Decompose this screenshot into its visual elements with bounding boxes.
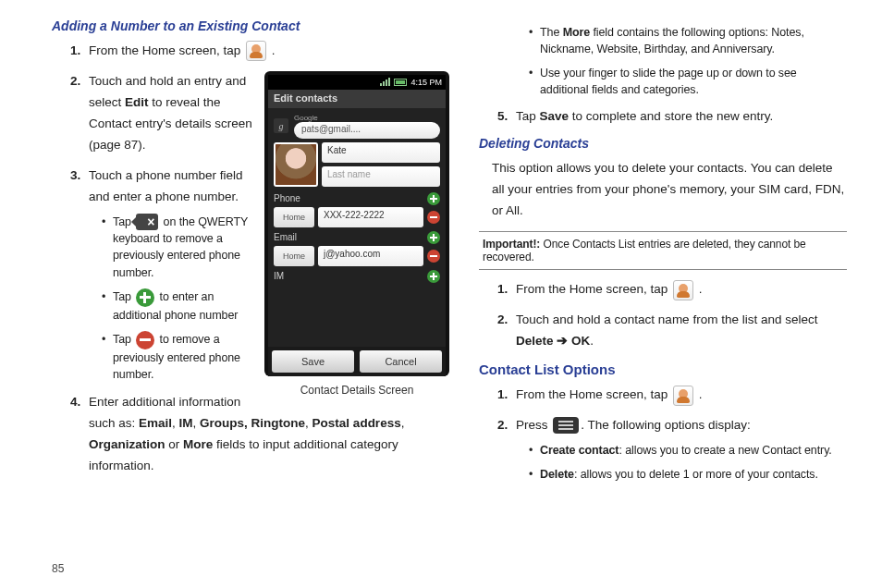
- s5a: Tap: [516, 109, 540, 123]
- bullet-slide: Use your finger to slide the page up or …: [529, 65, 847, 98]
- backspace-icon: [136, 214, 158, 230]
- deleting-intro: This option allows you to delete your co…: [479, 158, 847, 222]
- steps-save: 5. Tap Save to complete and store the ne…: [479, 106, 847, 128]
- contacts-icon: [246, 41, 266, 61]
- steps-options: 1. From the Home screen, tap . 2. Press …: [479, 385, 847, 483]
- bullet-minus: Tap to remove a previously entered phone…: [102, 331, 449, 383]
- d1pre: From the Home screen, tap: [516, 282, 671, 296]
- options-bullets: Create contact: allows you to create a n…: [516, 442, 847, 483]
- bullet-plus: Tap to enter an additional phone number: [102, 288, 449, 324]
- step3-bullets: Tap on the QWERTY keyboard to remove a p…: [89, 214, 449, 383]
- o1pre: From the Home screen, tap: [516, 387, 671, 401]
- minus-icon: [136, 331, 154, 349]
- menu-icon: [553, 417, 579, 434]
- s4-groups: Groups, Ringtone: [200, 416, 305, 430]
- ob2b: : allows you to delete 1 or more of your…: [574, 468, 818, 481]
- del-step-2: 2. Touch and hold a contact name from th…: [497, 310, 847, 352]
- opt-bullet-create: Create contact: allows you to create a n…: [529, 442, 847, 459]
- d2c: OK: [571, 334, 590, 348]
- rm-b: More: [563, 26, 590, 39]
- b3a: Tap: [113, 333, 134, 346]
- opt-step-2: 2. Press . The following options display…: [497, 415, 847, 483]
- opt-bullet-delete: Delete: allows you to delete 1 or more o…: [529, 466, 847, 483]
- s4-email: Email: [139, 416, 172, 430]
- contacts-icon: [673, 386, 693, 406]
- d2b: Delete: [516, 334, 554, 348]
- left-flow: 1. From the Home screen, tap . 4:15 PM E…: [52, 41, 449, 486]
- b2a: Tap: [113, 290, 134, 303]
- steps-deleting: 1. From the Home screen, tap . 2. Touch …: [479, 279, 847, 352]
- step-2: 2. Touch and hold an entry and select Ed…: [70, 71, 449, 156]
- s5b: Save: [540, 109, 570, 123]
- step2-edit: Edit: [125, 95, 149, 109]
- s5c: to complete and store the new entry.: [569, 109, 773, 123]
- steps-adding: 1. From the Home screen, tap .: [52, 41, 449, 62]
- s4-more: More: [183, 437, 213, 451]
- o2a: Press: [516, 418, 551, 432]
- o2b: . The following options display:: [581, 418, 751, 432]
- s4-postal: Postal address: [312, 416, 401, 430]
- bullet-more-field: The More field contains the following op…: [529, 24, 847, 57]
- arrow-icon: ➔: [554, 334, 572, 348]
- step-1-text-post: .: [268, 43, 276, 57]
- d2a: Touch and hold a contact name from the l…: [516, 312, 817, 326]
- bullet-del-key: Tap on the QWERTY keyboard to remove a p…: [102, 214, 449, 281]
- ob1b: : allows you to create a new Contact ent…: [619, 444, 831, 457]
- step-5: 5. Tap Save to complete and store the ne…: [497, 106, 847, 128]
- continued-bullets: The More field contains the following op…: [479, 24, 847, 99]
- ob2a: Delete: [540, 468, 574, 481]
- d1post: .: [695, 282, 703, 296]
- contacts-icon: [673, 280, 693, 300]
- important-label: Important!:: [483, 238, 540, 251]
- heading-deleting: Deleting Contacts: [479, 136, 847, 151]
- page-number: 85: [52, 562, 64, 575]
- d2d: .: [590, 334, 594, 348]
- right-column: The More field contains the following op…: [479, 18, 847, 560]
- important-note: Important!: Once Contacts List entries a…: [479, 231, 847, 270]
- steps-adding-cont: 2. Touch and hold an entry and select Ed…: [52, 71, 449, 477]
- ob1a: Create contact: [540, 444, 619, 457]
- step-1: 1. From the Home screen, tap .: [70, 41, 449, 62]
- step-3: 3. Touch a phone number field and enter …: [70, 165, 449, 383]
- step-4: 4. Enter additional information such as:…: [70, 392, 449, 477]
- step-1-text-pre: From the Home screen, tap: [89, 43, 244, 57]
- s4-org: Organization: [89, 437, 165, 451]
- plus-icon: [136, 288, 154, 307]
- step3-text: Touch a phone number field and enter a p…: [89, 168, 243, 203]
- left-column: Adding a Number to an Existing Contact 1…: [52, 18, 449, 560]
- del-step-1: 1. From the Home screen, tap .: [497, 279, 847, 300]
- heading-adding-number: Adding a Number to an Existing Contact: [52, 18, 449, 33]
- opt-step-1: 1. From the Home screen, tap .: [497, 385, 847, 406]
- s4-im: IM: [179, 416, 193, 430]
- heading-contact-list-options: Contact List Options: [479, 361, 847, 377]
- o1post: .: [695, 387, 703, 401]
- rm-a: The: [540, 26, 563, 39]
